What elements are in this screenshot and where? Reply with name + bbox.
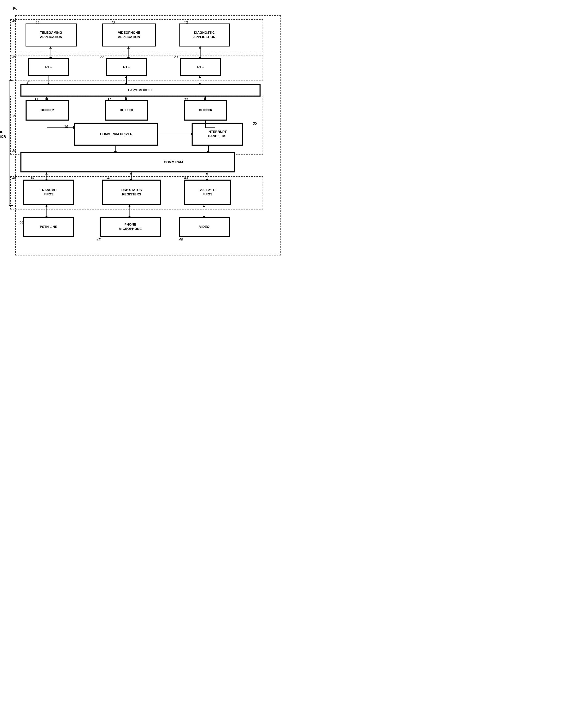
arrow-buf3-ih — [205, 121, 205, 128]
buffer1-box: BUFFER — [25, 100, 69, 121]
arrowhead-commram-transmit-up — [45, 172, 48, 174]
comm-ram-box: COMM RAM — [20, 152, 235, 172]
arrowhead-app2-dte2-up — [127, 47, 130, 49]
arrowhead-commram-transmit-down — [45, 179, 48, 181]
control-processor-text: 47 CONTROLPROCESSOR — [0, 125, 5, 139]
interrupt-handlers-box: INTERRUPTHANDLERS — [191, 123, 243, 146]
transmit-fifos-box: TRANSMITFIFOS — [23, 179, 74, 205]
video-box: VIDEO — [179, 217, 230, 237]
ref-36: 36 — [12, 149, 16, 153]
byte-200-fifos-box: 200 BYTEFIFOS — [184, 179, 231, 205]
arrowhead-dte2-lapm-down — [125, 83, 128, 85]
arrowhead-commram-dsp-up — [130, 172, 132, 174]
ref-30: 30 — [12, 113, 16, 117]
arrowhead-lapm-buf3-down — [204, 99, 206, 101]
arrowhead-commram-200byte-up — [205, 172, 208, 174]
telegaming-application-box: TELEGAMINGAPPLICATION — [25, 23, 77, 47]
ref-23: 23 — [174, 55, 178, 59]
dte1-box: DTE — [28, 58, 69, 76]
ref-20: 20 — [12, 54, 16, 58]
arrowhead-dte1-lapm — [47, 83, 50, 85]
videophone-application-box: VIDEOPHONEAPPLICATION — [102, 23, 156, 47]
arrowhead-dsp-pstn-up — [45, 205, 48, 207]
dte3-box: DTE — [180, 58, 221, 76]
ref-45: 45 — [97, 238, 101, 242]
ref-40: 40 — [12, 176, 16, 180]
arrowhead-commram-200byte-down — [205, 179, 208, 181]
buffer3-box: BUFFER — [184, 100, 227, 121]
arrowhead-buf1-crd — [73, 126, 75, 129]
buffer2-box: BUFFER — [105, 100, 148, 121]
arrowhead-app1-dte1-down — [49, 57, 52, 59]
ref-35: 35 — [253, 121, 257, 126]
fig-ref-9: 9 — [13, 6, 15, 10]
comm-ram-driver-box: COMM RAM DRIVER — [74, 123, 158, 146]
arrowhead-app1-dte1-up — [49, 47, 52, 49]
arrowhead-crd-ih — [191, 133, 193, 135]
ref-41: 41 — [31, 176, 35, 180]
ref-46: 46 — [179, 238, 183, 242]
arrow-buf1-crd — [47, 121, 47, 128]
arrowhead-lapm-buf2-down — [124, 99, 127, 101]
arrowhead-dsp-pstn-down — [45, 216, 48, 218]
arrow-buf1-crd-h — [47, 128, 74, 128]
diagram-container: 9 10 11 TELEGAMINGAPPLICATION 12 VIDEOPH… — [5, 5, 286, 345]
arrowhead-dsp-video-down — [202, 216, 205, 218]
dte2-box: DTE — [106, 58, 147, 76]
arrowhead-commram-dsp-down — [130, 179, 132, 181]
arrowhead-lapm-buf1-down — [46, 99, 48, 101]
arrowhead-crd-commram — [114, 151, 117, 153]
pstn-line-box: PSTN LINE — [23, 217, 74, 237]
arrowhead-ih-commram — [207, 151, 209, 153]
arrowhead-dte3-lapm-up — [198, 76, 201, 78]
dsp-status-registers-box: DSP STATUSREGISTERS — [102, 179, 161, 205]
ref-42: 42 — [107, 176, 111, 180]
arrowhead-app2-dte2-down — [127, 57, 130, 59]
arrowhead-lapm-buf1-up — [46, 96, 48, 99]
ref-34: 34 — [64, 125, 68, 129]
control-processor-brace — [9, 80, 13, 206]
arrowhead-app3-dte3-down — [199, 57, 201, 59]
arrowhead-dsp-phone-up — [128, 205, 131, 207]
ref-43: 43 — [184, 176, 188, 180]
arrowhead-dte2-lapm-up — [125, 76, 128, 78]
ref-22: 22 — [100, 55, 104, 59]
control-processor-label: 47 — [0, 115, 1, 119]
arrowhead-lapm-buf2-up — [124, 96, 127, 99]
diagnostic-application-box: DIAGNOSTICAPPLICATION — [179, 23, 230, 47]
arrowhead-app3-dte3-up — [199, 47, 201, 49]
lapm-module-box: LAPM MODULE — [20, 84, 261, 96]
arrowhead-dte3-lapm-down — [198, 83, 201, 85]
arrowhead-dsp-video-up — [202, 205, 205, 207]
arrow-buf3-ih-connect — [205, 128, 215, 128]
arrowhead-dsp-phone-down — [128, 216, 131, 218]
phone-microphone-box: PHONEMICROPHONE — [100, 217, 161, 237]
arrow-crd-ih — [158, 134, 191, 134]
arrowhead-lapm-buf3-up — [204, 96, 206, 99]
